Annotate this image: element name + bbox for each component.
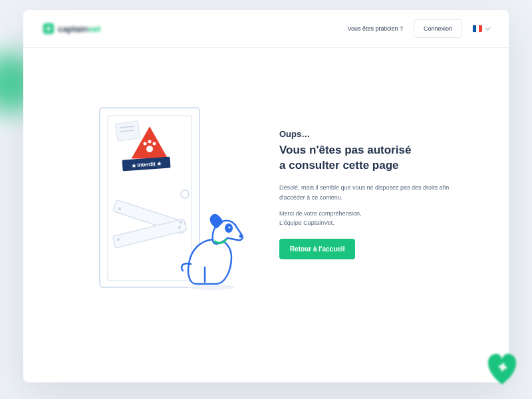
svg-point-16 (118, 207, 121, 210)
svg-point-10 (148, 140, 152, 144)
home-button[interactable]: Retour à l'accueil (279, 239, 355, 259)
svg-point-21 (229, 227, 231, 229)
flag-fr-icon (473, 25, 482, 32)
error-illustration: ★ Interdit ★ (80, 94, 253, 294)
background-heart (479, 346, 525, 392)
logo[interactable]: captainvet (43, 23, 100, 34)
svg-point-17 (178, 226, 181, 229)
logo-text: captainvet (58, 24, 100, 34)
header: captainvet Vous êtes praticien ? Connexi… (23, 10, 509, 48)
language-selector[interactable] (473, 25, 489, 32)
svg-point-4 (181, 190, 189, 198)
page-window: captainvet Vous êtes praticien ? Connexi… (23, 10, 509, 382)
thanks-text: Merci de votre compréhension, L'équipe C… (279, 209, 452, 228)
logo-mark-icon (43, 23, 54, 34)
svg-point-22 (239, 235, 243, 238)
svg-point-11 (153, 142, 156, 146)
error-content: Oups… Vous n'êtes pas autorisé a consult… (279, 129, 452, 259)
login-button[interactable]: Connexion (414, 19, 462, 38)
svg-point-8 (146, 146, 153, 152)
svg-point-23 (188, 285, 235, 290)
svg-point-9 (144, 142, 147, 146)
page-title: Vous n'êtes pas autorisé a consulter cet… (279, 143, 452, 174)
practitioner-link[interactable]: Vous êtes praticien ? (347, 25, 403, 32)
svg-point-19 (180, 221, 182, 223)
header-nav: Vous êtes praticien ? Connexion (347, 19, 489, 38)
error-description: Désolé, mais il semble que vous ne dispo… (279, 183, 452, 202)
main-content: ★ Interdit ★ (23, 48, 509, 294)
eyebrow-text: Oups… (279, 129, 452, 139)
chevron-down-icon (485, 25, 490, 30)
svg-point-18 (117, 238, 120, 241)
